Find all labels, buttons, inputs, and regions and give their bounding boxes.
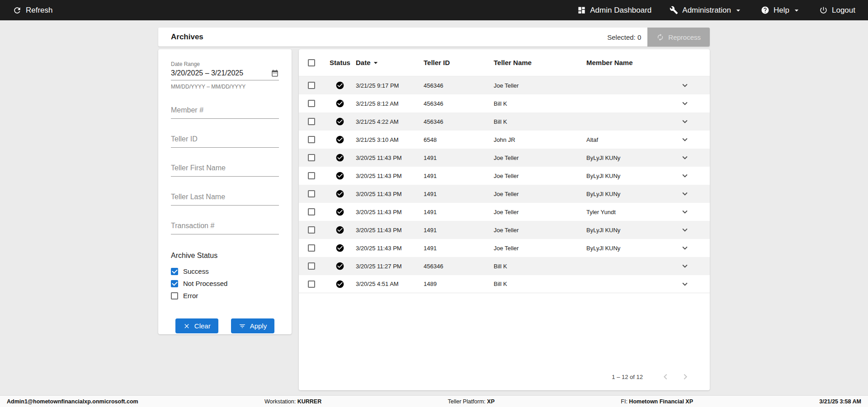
column-header-date[interactable]: Date (356, 58, 424, 67)
close-icon (183, 323, 190, 330)
row-teller-id: 1491 (424, 227, 494, 234)
table-row[interactable]: 3/20/25 4:51 AM 1489 Bill K (299, 275, 710, 293)
row-date: 3/20/25 11:43 PM (356, 154, 424, 161)
top-bar: Refresh Admin Dashboard Administration H… (0, 0, 868, 20)
member-number-input[interactable] (171, 106, 279, 118)
row-checkbox[interactable] (308, 100, 315, 107)
status-success-icon (335, 117, 344, 126)
teller-last-name-input[interactable] (171, 193, 279, 205)
row-date: 3/20/25 11:27 PM (356, 263, 424, 270)
table-row[interactable]: 3/20/25 11:43 PM 1491 Joe Teller ByLyJl … (299, 221, 710, 239)
not-processed-checkbox[interactable] (171, 280, 178, 287)
column-header-teller-name[interactable]: Teller Name (494, 59, 586, 66)
row-teller-id: 456346 (424, 263, 494, 270)
expand-row-icon[interactable] (680, 80, 690, 90)
error-checkbox-label: Error (183, 292, 198, 299)
previous-page-icon[interactable] (660, 371, 671, 382)
row-checkbox[interactable] (308, 190, 315, 197)
row-checkbox[interactable] (308, 226, 315, 234)
row-checkbox[interactable] (308, 136, 315, 143)
table-row[interactable]: 3/21/25 3:10 AM 6548 John JR Altaf (299, 131, 710, 149)
date-range-label: Date Range (171, 61, 279, 67)
teller-id-input[interactable] (171, 135, 279, 147)
table-row[interactable]: 3/21/25 9:17 PM 456346 Joe Teller (299, 76, 710, 94)
row-teller-name: Joe Teller (494, 245, 586, 252)
expand-row-icon[interactable] (680, 135, 690, 145)
admin-dashboard-button[interactable]: Admin Dashboard (577, 6, 651, 15)
row-date: 3/20/25 11:43 PM (356, 191, 424, 197)
table-row[interactable]: 3/20/25 11:43 PM 1491 Joe Teller Tyler Y… (299, 203, 710, 221)
pagination: 1 – 12 of 12 (612, 371, 710, 382)
row-member-name: ByLyJl KUNy (586, 173, 660, 179)
success-checkbox[interactable] (171, 268, 178, 275)
expand-row-icon[interactable] (680, 171, 690, 181)
filter-icon (239, 323, 246, 330)
select-all-checkbox[interactable] (308, 59, 315, 66)
reprocess-button[interactable]: Reprocess (647, 28, 710, 47)
table-row[interactable]: 3/21/25 8:12 AM 456346 Bill K (299, 94, 710, 112)
logout-button[interactable]: Logout (819, 6, 855, 15)
row-checkbox[interactable] (308, 82, 315, 89)
help-menu[interactable]: Help (761, 6, 801, 15)
row-checkbox[interactable] (308, 262, 315, 270)
row-checkbox[interactable] (308, 208, 315, 215)
expand-row-icon[interactable] (680, 279, 690, 289)
next-page-icon[interactable] (680, 371, 691, 382)
row-checkbox[interactable] (308, 244, 315, 252)
row-checkbox[interactable] (308, 281, 315, 288)
status-success-icon (335, 153, 344, 162)
archive-status-label: Archive Status (171, 252, 279, 260)
column-header-status[interactable]: Status (324, 59, 356, 66)
column-header-member-name[interactable]: Member Name (586, 59, 660, 66)
row-member-name: ByLyJl KUNy (586, 154, 660, 161)
row-teller-name: Joe Teller (494, 209, 586, 215)
status-success-icon (335, 225, 344, 234)
row-teller-name: Bill K (494, 263, 586, 270)
row-teller-id: 1491 (424, 173, 494, 179)
error-checkbox[interactable] (171, 292, 178, 299)
row-date: 3/20/25 11:43 PM (356, 227, 424, 234)
teller-first-name-input[interactable] (171, 164, 279, 176)
administration-menu[interactable]: Administration (670, 6, 743, 15)
date-range-input[interactable] (171, 69, 257, 77)
expand-row-icon[interactable] (680, 243, 690, 253)
expand-row-icon[interactable] (680, 225, 690, 235)
row-checkbox[interactable] (308, 172, 315, 179)
row-teller-id: 1491 (424, 209, 494, 215)
status-success-icon (335, 189, 344, 198)
refresh-button[interactable]: Refresh (13, 6, 53, 15)
row-teller-id: 456346 (424, 118, 494, 125)
table-row[interactable]: 3/20/25 11:43 PM 1491 Joe Teller ByLyJl … (299, 167, 710, 185)
table-row[interactable]: 3/20/25 11:27 PM 456346 Bill K (299, 257, 710, 275)
sort-desc-icon (371, 58, 380, 67)
chevron-down-icon (792, 6, 801, 15)
status-success-icon (335, 171, 344, 180)
row-checkbox[interactable] (308, 118, 315, 125)
table-row[interactable]: 3/20/25 11:43 PM 1491 Joe Teller ByLyJl … (299, 185, 710, 203)
expand-row-icon[interactable] (680, 153, 690, 163)
expand-row-icon[interactable] (680, 189, 690, 199)
power-icon (819, 6, 828, 14)
status-success-icon (335, 99, 344, 108)
expand-row-icon[interactable] (680, 207, 690, 217)
pagination-label: 1 – 12 of 12 (612, 374, 643, 380)
row-member-name: ByLyJl KUNy (586, 191, 660, 197)
status-success-icon (335, 81, 344, 90)
expand-row-icon[interactable] (680, 98, 690, 108)
table-row[interactable]: 3/20/25 11:43 PM 1491 Joe Teller ByLyJl … (299, 149, 710, 167)
row-teller-name: Bill K (494, 281, 586, 287)
calendar-icon[interactable] (271, 69, 279, 77)
expand-row-icon[interactable] (680, 117, 690, 126)
table-row[interactable]: 3/21/25 4:22 AM 456346 Bill K (299, 112, 710, 131)
date-range-field (171, 69, 279, 80)
column-header-teller-id[interactable]: Teller ID (424, 59, 494, 66)
help-label: Help (774, 6, 789, 15)
row-checkbox[interactable] (308, 154, 315, 161)
row-teller-id: 1491 (424, 154, 494, 161)
expand-row-icon[interactable] (680, 261, 690, 271)
transaction-number-input[interactable] (171, 222, 279, 234)
table-row[interactable]: 3/20/25 11:43 PM 1491 Joe Teller ByLyJl … (299, 239, 710, 257)
clear-button[interactable]: Clear (175, 318, 218, 333)
apply-button[interactable]: Apply (231, 318, 275, 333)
refresh-label: Refresh (26, 6, 53, 15)
